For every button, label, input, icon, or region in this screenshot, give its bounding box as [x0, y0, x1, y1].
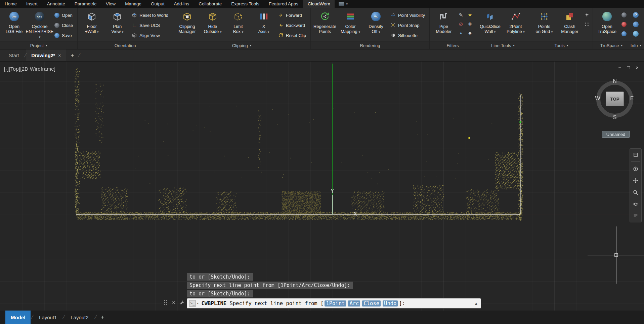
- fitter-star-button[interactable]: ★: [466, 11, 474, 19]
- hide-outside-button[interactable]: HideOutside ▾: [200, 9, 225, 35]
- menu-insert[interactable]: Insert: [22, 0, 42, 8]
- command-option-undo[interactable]: Undo: [383, 300, 398, 307]
- compass-east[interactable]: E: [629, 96, 635, 102]
- 2point-polyline-button[interactable]: 2PointPolyline ▾: [503, 9, 528, 35]
- panel-title-info[interactable]: Info▾: [630, 41, 642, 49]
- plan-view-button[interactable]: PlanView ▾: [105, 9, 130, 35]
- open-lgs-file-button[interactable]: LGSOpenLGS File: [2, 9, 27, 35]
- menu-collaborate[interactable]: Collaborate: [194, 0, 226, 8]
- drawing-tab-drawing2[interactable]: Drawing2*×: [26, 49, 66, 61]
- close-tab-icon[interactable]: ×: [58, 53, 61, 58]
- menu-manage[interactable]: Manage: [120, 0, 146, 8]
- nav-pan[interactable]: [631, 176, 640, 185]
- menu-home[interactable]: Home: [0, 0, 22, 8]
- clash-manager-button[interactable]: ClashManager: [557, 9, 582, 35]
- panel-title-clipping[interactable]: Clipping▾: [173, 41, 310, 49]
- fitter-disable-button[interactable]: ⊘: [457, 20, 465, 28]
- command-grip-handle[interactable]: [164, 300, 168, 305]
- save-ucs-button[interactable]: Save UCS: [130, 20, 171, 30]
- nav-orbit[interactable]: [631, 200, 640, 209]
- density-off-button[interactable]: 0xDensityOff ▾: [363, 9, 388, 35]
- silhouette-button[interactable]: Silhouette: [389, 30, 428, 40]
- layout-tab-bar: Model/Layout1/Layout2/+: [0, 311, 644, 324]
- menu-view[interactable]: View: [101, 0, 120, 8]
- compass-west[interactable]: W: [594, 96, 601, 102]
- drawing-tab-start[interactable]: Start: [3, 49, 25, 61]
- panel-title-fitters[interactable]: Fitters: [430, 41, 476, 49]
- truspace-locate-button[interactable]: [620, 30, 628, 38]
- panel-title-rendering[interactable]: Rendering: [311, 41, 429, 49]
- close-button[interactable]: Close: [53, 20, 76, 30]
- backward-button[interactable]: Backward: [277, 20, 309, 30]
- cyclone-enterprise-button[interactable]: CYECycloneENTERPRISE ▾: [27, 9, 52, 40]
- point-snap-button[interactable]: Point Snap: [389, 20, 428, 30]
- viewport-close-icon[interactable]: ×: [636, 65, 639, 70]
- command-prompt-menu[interactable]: >_▾: [189, 300, 199, 307]
- save-button[interactable]: Save: [53, 30, 76, 40]
- truspace-record-button[interactable]: [620, 20, 628, 28]
- nav-more[interactable]: [631, 212, 640, 220]
- nav-zoom[interactable]: [631, 188, 640, 197]
- command-customize-icon[interactable]: [179, 300, 185, 305]
- quickslice-wall-button[interactable]: QuickSliceWall ▾: [478, 9, 503, 35]
- layout-tab-model[interactable]: Model: [5, 311, 31, 324]
- pipe-modeler-button[interactable]: PipeModeler: [431, 9, 456, 35]
- forward-button[interactable]: Forward: [277, 10, 309, 20]
- command-expand-icon[interactable]: ▲: [475, 301, 477, 306]
- points-on-grid-button[interactable]: Pointson Grid ▾: [532, 9, 557, 35]
- layout-tab-layout1[interactable]: Layout1: [34, 311, 62, 324]
- viewcube-top-face[interactable]: TOP: [606, 92, 624, 106]
- menu-add-ins[interactable]: Add-ins: [169, 0, 194, 8]
- panel-title-line-tools[interactable]: Line-Tools▾: [476, 41, 530, 49]
- floor-wall-button[interactable]: Floor+Wall ▾: [79, 9, 104, 35]
- layout-tab-layout2[interactable]: Layout2: [65, 311, 94, 324]
- viewport-controls[interactable]: [-][Top][2D Wireframe]: [4, 66, 55, 72]
- command-option-arc[interactable]: Arc: [348, 300, 360, 307]
- panel-title-orientation[interactable]: Orientation: [78, 41, 173, 49]
- menu-cloudworx[interactable]: CloudWorx: [303, 0, 335, 8]
- panel-title-truspace[interactable]: TruSpace▾: [593, 41, 630, 49]
- command-option-close[interactable]: Close: [362, 300, 381, 307]
- align-view-button[interactable]: Align View: [130, 30, 171, 40]
- panel-title-tools[interactable]: Tools▾: [530, 41, 593, 49]
- compass-south[interactable]: S: [611, 114, 618, 120]
- point-visibility-icon: [390, 12, 396, 18]
- panel-title-project[interactable]: Project▾: [0, 41, 77, 49]
- menu-express-tools[interactable]: Express Tools: [226, 0, 264, 8]
- command-option-1point[interactable]: 1Point: [325, 300, 346, 307]
- compass-north[interactable]: N: [611, 78, 618, 84]
- color-mapping-button[interactable]: ColorMapping ▾: [338, 9, 363, 35]
- new-layout-button[interactable]: +: [97, 311, 108, 324]
- regenerate-points-button[interactable]: RegeneratePoints: [312, 9, 337, 35]
- viewport-restore-icon[interactable]: □: [627, 65, 630, 70]
- nav-steering-wheel[interactable]: [631, 165, 640, 173]
- website-button[interactable]: [632, 30, 640, 38]
- reset-clip-button[interactable]: Reset Clip: [277, 30, 309, 40]
- menu-parametric[interactable]: Parametric: [70, 0, 101, 8]
- open-truspace-button[interactable]: OpenTruSpace: [595, 9, 619, 35]
- x-axis-button[interactable]: XAxis ▾: [251, 9, 276, 35]
- point-visibility-button[interactable]: Point Visibility: [389, 10, 428, 20]
- viewport-minimize-icon[interactable]: −: [618, 65, 621, 70]
- tool-sections-button[interactable]: [583, 20, 591, 28]
- tool-extract-button[interactable]: [583, 11, 591, 19]
- reset-to-world-button[interactable]: Reset to World: [130, 10, 171, 20]
- fitter-add-button[interactable]: ✚: [466, 20, 474, 28]
- fitter-sketch-button[interactable]: ✎: [457, 11, 465, 19]
- workspace-switcher[interactable]: ▾: [335, 0, 352, 8]
- command-line[interactable]: >_▾ CWBPLINE Specify next line point fro…: [187, 298, 481, 309]
- open-button[interactable]: Open: [53, 10, 76, 20]
- menu-output[interactable]: Output: [146, 0, 169, 8]
- fitter-point-button[interactable]: ●: [457, 29, 465, 37]
- reset-world-icon: [131, 12, 137, 18]
- help-button[interactable]: ?: [632, 11, 640, 19]
- fitter-diamond-button[interactable]: ◆: [466, 29, 474, 37]
- nav-viewcube[interactable]: [631, 150, 640, 161]
- menu-featured-apps[interactable]: Featured Apps: [264, 0, 303, 8]
- clipping-manager-button[interactable]: ClippingManager: [175, 9, 200, 35]
- limit-box-button[interactable]: LimitBox ▾: [226, 9, 251, 35]
- truspace-pano-button[interactable]: [620, 11, 628, 19]
- about-button[interactable]: i: [632, 20, 640, 28]
- menu-annotate[interactable]: Annotate: [42, 0, 70, 8]
- command-close-icon[interactable]: ×: [172, 300, 175, 306]
